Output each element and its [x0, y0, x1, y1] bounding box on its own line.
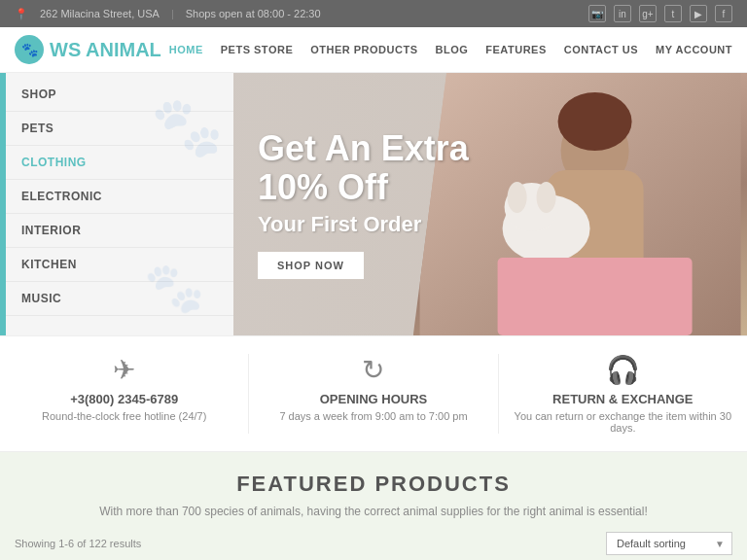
topbar-hours: Shops open at 08:00 - 22:30 [186, 8, 321, 19]
nav-other-products[interactable]: OTHER PRODUCTS [310, 44, 417, 55]
svg-point-6 [507, 182, 526, 213]
phone-icon: ✈ [15, 354, 233, 386]
logo-icon: 🐾 [15, 35, 44, 64]
info-hours-desc: 7 days a week from 9:00 am to 7:00 pm [264, 410, 482, 422]
sidebar-item-electronic[interactable]: ELECTRONIC [0, 180, 233, 214]
topbar-left: 📍 262 Milacina Street, USA | Shops open … [15, 8, 321, 20]
paw-icon: 🐾 [21, 42, 38, 57]
featured-controls: Showing 1-6 of 122 results Default sorti… [15, 532, 732, 555]
youtube-icon[interactable]: ▶ [690, 5, 707, 22]
main-area: 🐾 🐾 SHOP PETS CLOTHING ELECTRONIC INTERI… [0, 73, 747, 335]
svg-point-3 [557, 92, 631, 151]
linkedin-icon[interactable]: in [614, 5, 631, 22]
info-return: 🎧 RETURN & EXCHANGE You can return or ex… [499, 354, 747, 434]
hero-shop-now-button[interactable]: SHOP NOW [258, 252, 364, 279]
info-hours: ↻ OPENING HOURS 7 days a week from 9:00 … [249, 354, 498, 434]
nav-blog[interactable]: BLOG [436, 44, 469, 55]
sort-select[interactable]: Default sorting Price: low to high Price… [606, 532, 732, 555]
nav-account[interactable]: MY ACCOUNT [656, 44, 732, 55]
logo-text: WS ANIMAL [50, 39, 161, 61]
sidebar-item-interior[interactable]: INTERIOR [0, 214, 233, 248]
svg-point-7 [536, 182, 555, 213]
hero-headline-line2: 10% Off [258, 168, 469, 207]
info-phone-title: +3(800) 2345-6789 [15, 392, 233, 406]
sidebar-paw-top: 🐾 [151, 92, 224, 161]
topbar-sep: | [171, 8, 174, 19]
info-phone: ✈ +3(800) 2345-6789 Round-the-clock free… [0, 354, 249, 434]
hero-headline-line3: Your First Order [258, 212, 469, 237]
nav-contact[interactable]: CONTACT US [564, 44, 638, 55]
sidebar-link-electronic[interactable]: ELECTRONIC [0, 180, 233, 213]
info-phone-desc: Round-the-clock free hotline (24/7) [15, 410, 233, 422]
location-icon: 📍 [15, 8, 28, 20]
nav-home[interactable]: HOME [169, 44, 203, 55]
hero-headline-line1: Get An Extra [258, 129, 469, 168]
topbar-social: 📷 in g+ t ▶ f [588, 5, 732, 22]
info-hours-title: OPENING HOURS [264, 392, 482, 406]
topbar-address: 262 Milacina Street, USA [40, 8, 160, 19]
hero-content: Get An Extra 10% Off Your First Order SH… [233, 100, 493, 307]
sidebar-accent [0, 73, 6, 335]
topbar: 📍 262 Milacina Street, USA | Shops open … [0, 0, 747, 27]
header: 🐾 WS ANIMAL HOME PETS STORE OTHER PRODUC… [0, 27, 747, 73]
sidebar-paw-bottom: 🐾 [144, 260, 204, 316]
google-icon[interactable]: g+ [639, 5, 657, 22]
sort-wrapper: Default sorting Price: low to high Price… [606, 532, 732, 555]
logo-ws: WS [50, 39, 81, 60]
featured-section: FEATURED PRODUCTS With more than 700 spe… [0, 452, 747, 560]
featured-title: FEATURED PRODUCTS [15, 472, 732, 497]
logo-animal: ANIMAL [86, 39, 161, 60]
nav-features[interactable]: FEATURES [485, 44, 546, 55]
hero-banner: Get An Extra 10% Off Your First Order SH… [233, 73, 747, 335]
showing-results: Showing 1-6 of 122 results [15, 538, 141, 549]
twitter-icon[interactable]: t [664, 5, 682, 22]
main-nav: HOME PETS STORE OTHER PRODUCTS BLOG FEAT… [169, 44, 732, 55]
sidebar-link-interior[interactable]: INTERIOR [0, 214, 233, 247]
info-return-title: RETURN & EXCHANGE [514, 392, 732, 406]
facebook-icon[interactable]: f [715, 5, 732, 22]
info-strip: ✈ +3(800) 2345-6789 Round-the-clock free… [0, 335, 747, 452]
info-return-desc: You can return or exchange the item with… [514, 410, 732, 434]
svg-rect-8 [497, 258, 692, 335]
hours-icon: ↻ [264, 354, 482, 386]
sidebar: 🐾 🐾 SHOP PETS CLOTHING ELECTRONIC INTERI… [0, 73, 233, 335]
logo: 🐾 WS ANIMAL [15, 35, 161, 64]
nav-pets-store[interactable]: PETS STORE [221, 44, 293, 55]
instagram-icon[interactable]: 📷 [588, 5, 606, 22]
return-icon: 🎧 [514, 354, 732, 386]
featured-subtitle: With more than 700 species of animals, h… [15, 505, 732, 518]
